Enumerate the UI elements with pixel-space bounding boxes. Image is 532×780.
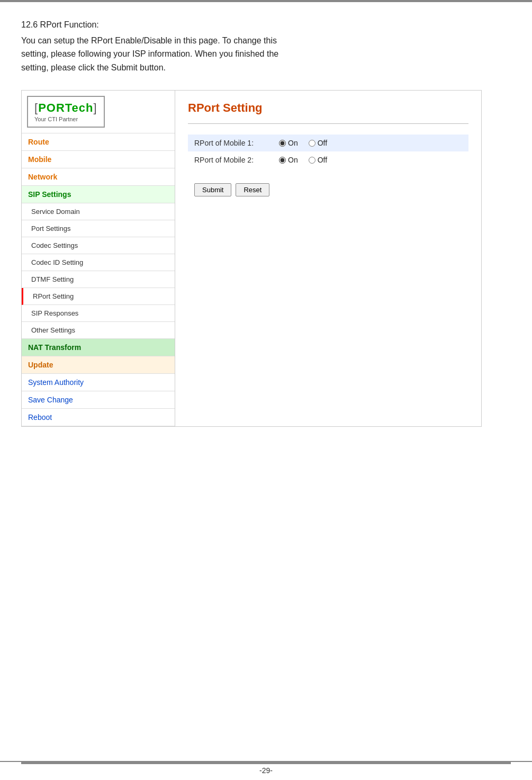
logo-box: [PORTech] Your CTI Partner [27,96,105,128]
sidebar-item-service-domain[interactable]: Service Domain [22,203,175,220]
radio-off-1[interactable] [309,140,315,147]
sidebar-item-codec-settings[interactable]: Codec Settings [22,237,175,254]
main-layout: [PORTech] Your CTI Partner RouteMobileNe… [21,90,482,427]
sidebar-item-system-authority[interactable]: System Authority [22,374,175,391]
sidebar-item-save-change[interactable]: Save Change [22,391,175,409]
page-title: RPort Setting [188,101,468,115]
radio-off-label-1[interactable]: Off [309,139,327,147]
sidebar-nav: RouteMobileNetworkSIP SettingsService Do… [22,133,175,426]
sidebar-item-dtmf-setting[interactable]: DTMF Setting [22,271,175,288]
sidebar-item-reboot[interactable]: Reboot [22,409,175,426]
radio-on-label-2[interactable]: On [279,156,298,164]
sidebar-item-other-settings[interactable]: Other Settings [22,322,175,339]
description-heading: 12.6 RPort Function: [21,18,511,32]
description-p3: setting, please click the Submit button. [21,61,511,75]
description-p2: setting, please following your ISP infor… [21,47,511,61]
page-number: -29- [259,766,273,775]
sidebar: [PORTech] Your CTI Partner RouteMobileNe… [22,91,175,426]
sidebar-item-network[interactable]: Network [22,168,175,186]
sidebar-item-update[interactable]: Update [22,356,175,374]
sidebar-item-sip-settings[interactable]: SIP Settings [22,186,175,203]
sidebar-item-rport-setting[interactable]: RPort Setting [22,288,175,305]
sidebar-item-sip-responses[interactable]: SIP Responses [22,305,175,322]
submit-button[interactable]: Submit [194,183,231,196]
logo-brand: [PORTech] [34,101,97,115]
reset-button[interactable]: Reset [236,183,269,196]
radio-on-2[interactable] [279,157,286,164]
sidebar-item-nat-transform[interactable]: NAT Transform [22,339,175,356]
radio-off-2[interactable] [309,157,315,164]
radio-on-1[interactable] [279,140,286,147]
page-number-bar: -29- [0,761,532,775]
rport-options-2: On Off [273,151,468,168]
content-divider [188,123,468,124]
logo-tagline: Your CTI Partner [34,116,78,122]
description-p1: You can setup the RPort Enable/Disable i… [21,34,511,48]
sidebar-item-mobile[interactable]: Mobile [22,151,175,168]
rport-table: RPort of Mobile 1: On OffRPort of Mobile… [188,135,468,168]
rport-label-1: RPort of Mobile 1: [188,135,273,151]
content-area: RPort Setting RPort of Mobile 1: On OffR… [175,91,481,426]
sidebar-logo: [PORTech] Your CTI Partner [22,91,175,133]
rport-row-1: RPort of Mobile 1: On Off [188,135,468,151]
sidebar-item-route[interactable]: Route [22,133,175,151]
rport-row-2: RPort of Mobile 2: On Off [188,151,468,168]
radio-off-label-2[interactable]: Off [309,156,327,164]
button-row: Submit Reset [188,179,468,201]
rport-options-1: On Off [273,135,468,151]
radio-on-label-1[interactable]: On [279,139,298,147]
description-block: 12.6 RPort Function: You can setup the R… [21,18,511,74]
sidebar-item-codec-id-setting[interactable]: Codec ID Setting [22,254,175,271]
sidebar-item-port-settings[interactable]: Port Settings [22,220,175,237]
rport-label-2: RPort of Mobile 2: [188,151,273,168]
